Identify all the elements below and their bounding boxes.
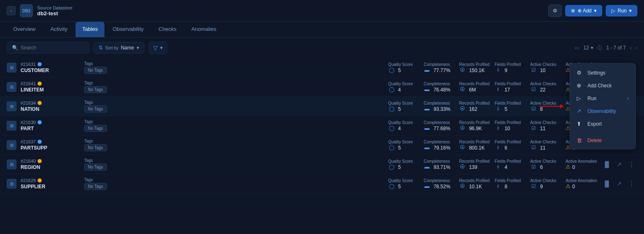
quality-score-metric: Quality Score ◯ 5: [388, 62, 421, 73]
row-name[interactable]: NATION: [21, 106, 78, 112]
line-chart-icon[interactable]: ↗: [615, 180, 623, 188]
fields-icon: ⦀: [495, 67, 501, 73]
row-name[interactable]: LINEITEM: [21, 87, 78, 93]
avatar-text: DB2: [22, 9, 31, 13]
run-button[interactable]: ▷ Run ▾: [606, 5, 637, 16]
row-id: #21640: [21, 159, 36, 164]
back-button[interactable]: ‹: [7, 6, 16, 15]
row-name[interactable]: PART: [21, 126, 78, 131]
table-row: ⊞ #21637 PARTSUPP Tags No Tags Quality S…: [0, 136, 644, 155]
row-actions: ▐▌ ↗ ⋮: [601, 179, 637, 189]
filter-button[interactable]: ▽ ▾: [149, 42, 167, 54]
checks-icon: ☑: [530, 164, 537, 170]
tags-value: No Tags: [84, 183, 107, 190]
row-id: #21629: [21, 178, 36, 183]
next-page-button[interactable]: ›: [636, 45, 637, 51]
completeness-icon: ▬: [424, 144, 430, 151]
completeness-icon: ▬: [424, 86, 430, 93]
filter-icon: ▽: [153, 44, 158, 51]
active-anomalies-metric: Active Anomalies ⚠ 0: [566, 159, 599, 170]
tags-value: No Tags: [84, 164, 107, 171]
sort-button[interactable]: ⇅ Sort by Name ▾: [93, 42, 144, 54]
sort-chevron-icon: ▾: [137, 45, 139, 51]
status-dot: [38, 140, 42, 144]
grid-view-icon[interactable]: ▭: [575, 45, 579, 51]
run-icon: ▷: [577, 95, 583, 101]
tab-activity[interactable]: Activity: [44, 22, 74, 37]
search-input[interactable]: [21, 45, 83, 51]
context-menu-export[interactable]: ⬆ Export: [570, 117, 635, 130]
records-profiled-metric: Records Profiled ⦿ 139: [459, 159, 492, 170]
tags-label: Tags: [84, 158, 125, 163]
run-label: Run: [618, 8, 627, 14]
fields-profiled-metric: Fields Profiled ⦀ 5: [495, 101, 528, 112]
context-run-label: Run: [587, 95, 597, 101]
tab-observability[interactable]: Observability: [106, 22, 150, 37]
tags-value: No Tags: [84, 86, 107, 93]
tab-anomalies[interactable]: Anomalies: [185, 22, 223, 37]
active-checks-metric: Active Checks ☑ 11: [530, 140, 563, 151]
table-icon: ⊞: [7, 101, 17, 111]
row-name[interactable]: SUPPLIER: [21, 184, 78, 190]
fields-icon: ⦀: [495, 144, 501, 151]
settings-button[interactable]: ⚙: [548, 5, 562, 17]
records-profiled-metric: Records Profiled ⦿ 10.1K: [459, 178, 492, 190]
checks-icon: ☑: [530, 86, 537, 93]
row-name[interactable]: PARTSUPP: [21, 145, 78, 151]
row-id-section: #21641 LINEITEM: [21, 81, 78, 93]
fields-value: 9: [504, 68, 507, 73]
table-icon: ⊞: [7, 63, 17, 73]
context-menu-settings[interactable]: ⚙ Settings: [570, 66, 635, 79]
tags-label: Tags: [84, 119, 125, 124]
search-box[interactable]: 🔍: [7, 42, 89, 54]
row-name[interactable]: CUSTOMER: [21, 68, 78, 73]
add-button[interactable]: ⊕ ⊕ Add ▾: [565, 5, 602, 16]
tab-checks[interactable]: Checks: [152, 22, 183, 37]
context-delete-label: Delete: [587, 137, 602, 143]
fields-profiled-metric: Fields Profiled ⦀ 10: [495, 120, 528, 131]
datastore-info: Source Datastore db2-test: [37, 5, 73, 16]
more-options-button[interactable]: ⋮: [626, 160, 637, 169]
tab-tables[interactable]: Tables: [76, 22, 104, 37]
completeness-value: 77.77%: [433, 68, 450, 73]
bar-chart-icon[interactable]: ▐▌: [601, 180, 613, 188]
records-icon: ⦿: [459, 86, 466, 93]
tags-value: No Tags: [84, 144, 107, 151]
quality-score-metric: Quality Score ◯ 4: [388, 120, 421, 131]
context-menu-run[interactable]: ▷ Run ›: [570, 92, 635, 105]
row-id: #21630: [21, 120, 36, 125]
context-menu-add-check[interactable]: ⊕ Add Check: [570, 79, 635, 92]
quality-score-value: 5: [398, 68, 401, 73]
toolbar-left: 🔍 ⇅ Sort by Name ▾ ▽ ▾: [7, 42, 167, 54]
line-chart-icon[interactable]: ↗: [615, 160, 623, 168]
page-size-value: 12: [583, 45, 589, 51]
status-dot: [38, 159, 42, 163]
add-chevron-icon: ▾: [594, 8, 597, 14]
page-size-selector[interactable]: 12 ▾: [583, 45, 593, 51]
tags-label: Tags: [84, 178, 125, 182]
run-submenu-arrow: ›: [627, 95, 629, 101]
checks-icon: ☑: [530, 144, 537, 151]
fields-profiled-metric: Fields Profiled ⦀ 9: [495, 62, 528, 73]
sort-icon: ⇅: [99, 45, 103, 51]
table-row: ⊞ #21641 LINEITEM Tags No Tags Quality S…: [0, 77, 644, 97]
active-checks-metric: Active Checks ☑ 22: [530, 82, 563, 93]
row-name[interactable]: REGION: [21, 164, 78, 170]
quality-score-metric: Quality Score ◯ 5: [388, 159, 421, 170]
completeness-metric: Completeness ▬ 77.68%: [424, 120, 457, 131]
records-icon: ⦿: [459, 125, 466, 131]
records-icon: ⦿: [459, 144, 466, 151]
bar-chart-icon[interactable]: ▐▌: [601, 160, 613, 168]
tags-label: Tags: [84, 100, 125, 105]
row-id-section: #21631 CUSTOMER: [21, 62, 78, 73]
tab-overview[interactable]: Overview: [7, 22, 42, 37]
completeness-icon: ▬: [424, 183, 430, 190]
tags-label: Tags: [84, 139, 125, 143]
context-menu-observability[interactable]: ↗ Observability: [570, 105, 635, 117]
fields-icon: ⦀: [495, 183, 501, 190]
table-row: ⊞ #21640 REGION Tags No Tags Quality Sco…: [0, 155, 644, 174]
prev-page-button[interactable]: ‹: [630, 45, 632, 51]
context-menu-delete[interactable]: 🗑 Delete: [570, 134, 635, 147]
more-options-button[interactable]: ⋮: [626, 179, 637, 189]
row-id: #21631: [21, 62, 36, 67]
